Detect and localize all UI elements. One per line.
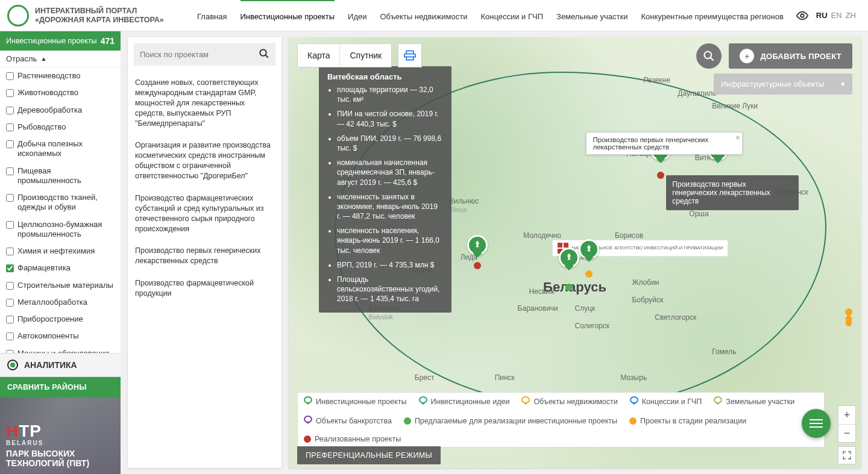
lang-option[interactable]: EN [831,11,842,20]
logo[interactable]: ИНТЕРАКТИВНЫЙ ПОРТАЛ «ДОРОЖНАЯ КАРТА ИНВ… [7,5,164,27]
header: ИНТЕРАКТИВНЫЙ ПОРТАЛ «ДОРОЖНАЯ КАРТА ИНВ… [0,0,868,31]
nav-item[interactable]: Объекты недвижимости [380,0,468,31]
lang-option[interactable]: ZH [846,11,856,20]
accessibility-icon[interactable] [796,9,809,22]
logo-icon [7,5,29,27]
nav-item[interactable]: Идеи [348,0,366,31]
logo-text: ИНТЕРАКТИВНЫЙ ПОРТАЛ «ДОРОЖНАЯ КАРТА ИНВ… [35,7,164,24]
primary-nav: ГлавнаяИнвестиционные проектыИдеиОбъекты… [197,0,784,31]
logo-title-line2: «ДОРОЖНАЯ КАРТА ИНВЕСТОРА» [35,16,164,24]
nav-item[interactable]: Инвестиционные проекты [241,0,335,31]
logo-title-line1: ИНТЕРАКТИВНЫЙ ПОРТАЛ [35,7,164,15]
nav-item[interactable]: Концессии и ГЧП [480,0,543,31]
svg-point-0 [800,14,804,17]
language-switcher: RUENZH [816,11,856,20]
nav-item[interactable]: Конкурентные преимущества регионов [641,0,783,31]
nav-item[interactable]: Земельные участки [556,0,627,31]
nav-item[interactable]: Главная [197,0,227,31]
lang-option[interactable]: RU [816,11,828,20]
